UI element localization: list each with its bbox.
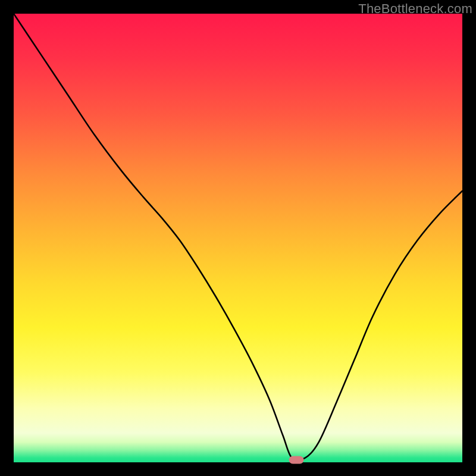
chart-frame — [14, 14, 462, 462]
gradient-backdrop — [14, 14, 462, 462]
optimal-marker — [289, 456, 304, 464]
bottleneck-chart — [14, 14, 462, 462]
watermark-text: TheBottleneck.com — [358, 1, 472, 17]
